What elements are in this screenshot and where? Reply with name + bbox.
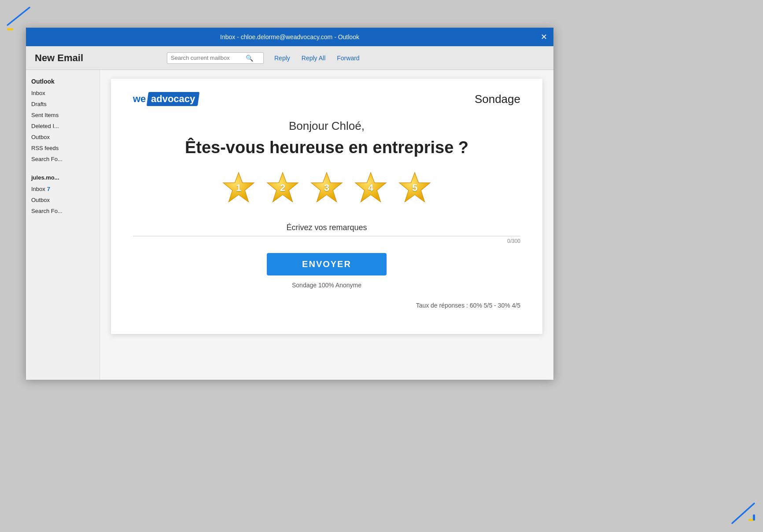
search-container: 🔍 [167,52,264,64]
forward-button[interactable]: Forward [335,54,361,62]
remarks-divider [133,236,520,236]
brand-advocacy-text: advocacy [151,93,195,105]
brand-we-text: we [133,93,146,105]
star-1-icon [221,171,256,205]
star-5-button[interactable]: 5 [397,170,432,205]
svg-rect-1 [7,28,13,30]
sidebar-item-sent[interactable]: Sent Items [26,110,100,121]
svg-marker-6 [267,172,298,202]
stars-row: 1 [133,170,520,205]
brand-logo: we advocacy [133,92,199,106]
sidebar-item-drafts[interactable]: Drafts [26,99,100,110]
sidebar-item-search2[interactable]: Search Fo... [26,205,100,216]
sidebar-item-rss[interactable]: RSS feeds [26,143,100,154]
star-2-button[interactable]: 2 [265,170,300,205]
close-button[interactable]: ✕ [541,33,547,41]
email-card: we advocacy Sondage Bonjour Chloé, Êtes-… [111,79,542,334]
search-input[interactable] [171,55,246,61]
star-2-icon [265,171,300,205]
sidebar-item-inbox1[interactable]: Inbox [26,88,100,99]
sidebar-item-search1[interactable]: Search Fo... [26,154,100,165]
submit-button[interactable]: ENVOYER [267,253,387,275]
card-header: we advocacy Sondage [133,92,520,106]
deco-corner-br [721,490,756,525]
sidebar-item-outbox1[interactable]: Outbox [26,132,100,143]
svg-rect-4 [753,514,755,521]
email-modal: we advocacy Sondage Bonjour Chloé, Êtes-… [100,70,553,380]
remarks-label: Écrivez vos remarques [133,223,520,232]
svg-marker-8 [355,172,386,202]
window-title: Inbox - chloe.delorme@weadvocacy.com - O… [220,33,359,40]
reply-button[interactable]: Reply [273,54,292,62]
sidebar-divider [26,165,100,172]
anon-note: Sondage 100% Anonyme [133,282,520,289]
svg-line-0 [7,7,29,25]
sidebar-item-inbox2[interactable]: Inbox7 [26,183,100,194]
response-rate: Taux de réponses : 60% 5/5 - 30% 4/5 [133,302,520,309]
search-icon[interactable]: 🔍 [246,55,253,62]
star-4-icon [354,171,388,205]
toolbar-actions: Reply Reply All Forward [273,54,361,62]
sidebar: Outlook Inbox Drafts Sent Items Deleted … [26,70,100,380]
remarks-counter: 0/300 [133,238,520,244]
svg-marker-7 [311,172,342,202]
brand-advocacy-wrap: advocacy [147,92,200,106]
star-1-button[interactable]: 1 [221,170,256,205]
new-email-button[interactable]: New Email [30,52,167,64]
star-3-button[interactable]: 3 [309,170,344,205]
sidebar-item-deleted[interactable]: Deleted I... [26,121,100,132]
star-4-button[interactable]: 4 [353,170,388,205]
reply-all-button[interactable]: Reply All [300,54,327,62]
sidebar-section1-title: Outlook [26,75,100,88]
star-3-icon [310,171,344,205]
svg-marker-9 [399,172,430,202]
outlook-window: Inbox - chloe.delorme@weadvocacy.com - O… [26,27,554,379]
greeting-text: Bonjour Chloé, [133,119,520,133]
sidebar-item-outbox2[interactable]: Outbox [26,194,100,205]
toolbar: New Email 🔍 Reply Reply All Forward [26,46,553,70]
svg-marker-5 [223,172,254,202]
main-content: Outlook Inbox Drafts Sent Items Deleted … [26,70,553,380]
inbox-badge: 7 [47,186,50,192]
card-title: Sondage [475,92,520,106]
question-text: Êtes-vous heureuse en entreprise ? [133,138,520,157]
email-area: we advocacy Sondage Bonjour Chloé, Êtes-… [100,70,553,380]
star-5-icon [398,171,432,205]
title-bar: Inbox - chloe.delorme@weadvocacy.com - O… [26,28,553,46]
sidebar-section2-title: jules.mo... [26,172,100,183]
